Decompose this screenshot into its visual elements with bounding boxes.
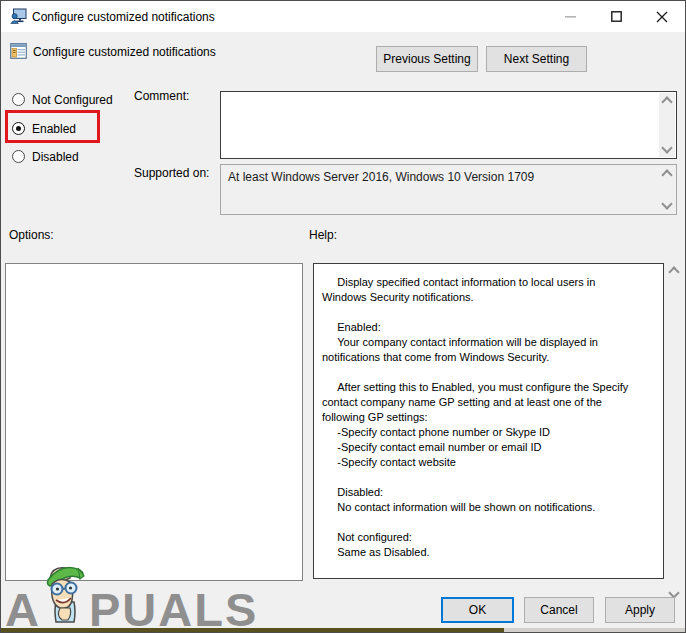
radio-label: Not Configured (32, 93, 113, 107)
previous-setting-button[interactable]: Previous Setting (376, 46, 478, 72)
background-strip (504, 628, 686, 633)
help-panel: Display specified contact information to… (313, 263, 664, 579)
radio-circle-icon (12, 150, 25, 163)
options-panel (5, 263, 303, 581)
supported-on-value: At least Windows Server 2016, Windows 10… (228, 170, 652, 184)
comment-scrollbar[interactable] (659, 93, 675, 157)
minimize-button[interactable] (547, 1, 593, 32)
group-policy-setting-icon (10, 43, 27, 63)
annotation-highlight-box (5, 110, 100, 143)
watermark-text: A (5, 591, 41, 630)
next-setting-button[interactable]: Next Setting (486, 46, 587, 72)
dialog-body: Configure customized notifications Previ… (1, 32, 685, 632)
scroll-up-icon[interactable] (661, 96, 672, 107)
help-text: Display specified contact information to… (314, 264, 663, 560)
apply-button[interactable]: Apply (605, 597, 675, 623)
system-monitor-icon (10, 8, 27, 29)
policy-setting-dialog: Configure customized notifications (0, 0, 686, 633)
comment-input[interactable] (222, 93, 659, 157)
close-button[interactable] (639, 1, 685, 32)
comment-field-container (220, 91, 677, 159)
radio-not-configured[interactable]: Not Configured (12, 91, 113, 108)
comment-label: Comment: (134, 89, 189, 103)
supported-on-label: Supported on: (134, 166, 209, 180)
title-bar: Configure customized notifications (1, 1, 685, 32)
scroll-down-icon[interactable] (661, 142, 672, 153)
window-controls (547, 1, 685, 32)
scroll-down-icon[interactable] (661, 198, 672, 209)
window-title: Configure customized notifications (32, 10, 215, 24)
help-label: Help: (309, 228, 337, 242)
scroll-up-icon[interactable] (668, 266, 679, 277)
radio-circle-icon (12, 93, 25, 106)
radio-label: Disabled (32, 150, 79, 164)
ok-button[interactable]: OK (441, 597, 514, 623)
options-label: Options: (9, 228, 54, 242)
supported-on-field: At least Windows Server 2016, Windows 10… (220, 164, 677, 215)
maximize-button[interactable] (593, 1, 639, 32)
scroll-up-icon[interactable] (661, 169, 672, 180)
background-strip (1, 628, 504, 633)
watermark-text: PUALS (89, 591, 258, 630)
help-scrollbar[interactable] (666, 265, 681, 600)
setting-title: Configure customized notifications (33, 45, 216, 59)
radio-disabled[interactable]: Disabled (12, 148, 79, 165)
supported-scrollbar[interactable] (659, 166, 675, 213)
cancel-button[interactable]: Cancel (524, 597, 594, 623)
